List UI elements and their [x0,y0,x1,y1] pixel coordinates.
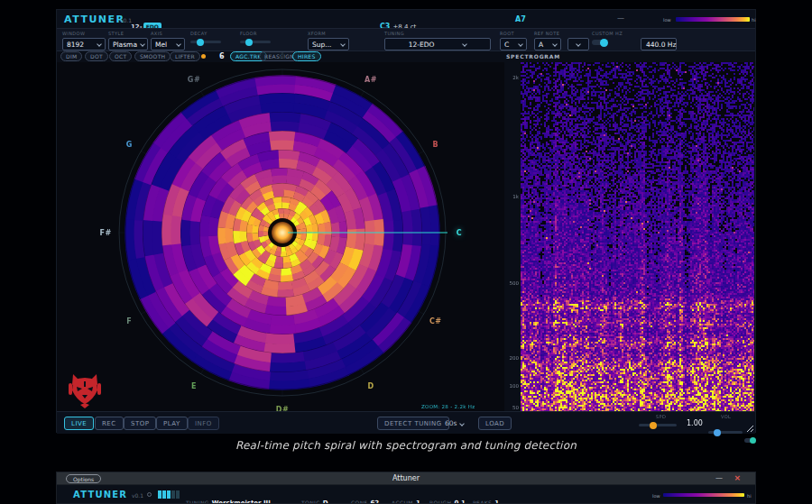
info-button[interactable]: INFO [188,417,219,430]
ref-note-value: A [539,41,543,49]
stop-button[interactable]: STOP [124,417,156,430]
minimize-dash[interactable]: — [617,14,624,23]
root-dropdown[interactable]: C [500,38,527,50]
dot-button[interactable]: DOT [85,51,108,61]
note-label-e: E [191,381,197,389]
main-toolbar: WINDOW 8192 STYLE Plasma AXIS Mel DECAY … [57,28,755,51]
pitch-spiral-canvas[interactable] [57,62,504,411]
reference-hz-field[interactable]: 440.0 Hz [641,38,677,50]
spectrogram-canvas[interactable] [521,62,754,411]
attuner-main-window: ATTUNER v0.1 12-EDO C3+8.4 ct A7 — low h… [56,9,756,433]
floor-slider[interactable] [240,41,271,43]
floor-slider-knob[interactable] [245,39,253,46]
volume-slider[interactable] [708,431,743,434]
octave-dropdown[interactable] [567,38,589,50]
mini-version-label: v0.1 [132,492,143,499]
chevron-down-icon [518,41,523,47]
level-bars-icon [158,490,180,499]
style-dropdown[interactable]: Plasma [108,38,148,50]
lifter-button[interactable]: LIFTER [170,51,200,61]
note-label-c: C [457,229,462,237]
chevron-down-icon [460,421,466,426]
live-button[interactable]: LIVE [64,417,94,430]
dim-button[interactable]: DIM [60,51,82,61]
figure-caption: Real-time pitch spiral with spectrogram … [0,439,812,452]
chevron-down-icon [576,41,581,47]
transport-bar: LIVE REC STOP PLAY INFO DETECT TUNING 60… [57,411,755,434]
resize-handle-icon[interactable] [745,424,753,432]
mini-conf-label: CONF [351,499,367,504]
colorbar-hi-label: hi [752,17,756,23]
decay-slider-knob[interactable] [197,39,204,46]
axis-dropdown[interactable]: Mel [151,38,185,50]
speed-slider[interactable] [639,424,677,426]
mini-field-rough: ROUGH0.1... [429,491,473,504]
mini-field-accum: ACCUM1... [392,491,428,504]
ref-note-dropdown[interactable]: A [534,38,561,50]
harmonics-indicator-dot [201,54,206,59]
xform-dropdown[interactable]: Sup... [308,38,349,50]
freq-tick-100: 100 [486,383,519,389]
chevron-down-icon [340,41,346,47]
decay-label: DECAY [190,31,226,36]
spd-label: SPD [656,414,666,419]
custom-hz-label: CUSTOM HZ [592,31,619,36]
custom-hz-toggle[interactable] [592,40,607,45]
oct-button[interactable]: OCT [109,51,132,61]
vol-label: VOL [721,414,731,419]
root-value: C [504,41,509,49]
volume-slider-knob[interactable] [714,429,721,436]
mini-window-title: Attuner [57,474,755,482]
axis-value: Mel [155,41,167,49]
mini-conf-value: 62... [370,499,386,504]
chevron-down-icon [552,41,558,47]
smooth-button[interactable]: SMOOTH [134,51,171,61]
mini-accum-label: ACCUM [392,499,413,504]
freq-tick-2k: 2k [486,75,519,80]
note-label-d: D [367,381,374,389]
status-circle-icon [147,492,152,497]
close-button[interactable]: × [734,473,741,482]
note-label-b: B [432,141,438,149]
style-value: Plasma [113,41,137,49]
freq-tick-1k: 1k [486,194,519,199]
load-button[interactable]: LOAD [478,417,512,430]
mini-title-bar: Options Attuner — × [57,472,755,485]
mini-rough-value: 0.1... [454,499,472,504]
window-size-dropdown[interactable]: 8192 [62,38,106,50]
window-label: WINDOW [62,31,106,36]
mini-field-conf: CONF62... [351,491,386,504]
detect-tuning-button[interactable]: DETECT TUNING [377,417,449,430]
xform-value: Sup... [312,41,331,49]
custom-hz-toggle-knob[interactable] [600,39,608,47]
style-label: STYLE [108,31,148,36]
rec-button[interactable]: REC [95,417,124,430]
attuner-mini-window: Options Attuner — × ATTUNER v0.1 TUNINGW… [56,472,756,504]
xform-label: XFORM [308,31,349,36]
tuning-label: TUNING [384,31,491,36]
speed-slider-knob[interactable] [650,422,657,429]
tuning-dropdown[interactable]: 12-EDO [384,38,491,50]
decay-slider[interactable] [190,41,221,43]
mini-field-peaks: PEAKS1 [473,491,499,504]
spectrogram-label: SPECTROGRAM [506,53,560,60]
tuning-value: 12-EDO [409,41,435,49]
detect-window-dropdown[interactable]: 60s [445,419,464,427]
note-label-a-sharp: A# [364,76,377,84]
app-logo: ATTUNER [64,14,125,25]
minimize-button[interactable]: — [715,474,723,482]
hires-button[interactable]: HIRES [292,51,321,61]
mini-tonic-label: TONIC [301,499,320,504]
mini-peaks-label: PEAKS [473,499,492,504]
pitch-spiral-panel: C B A# A G# G F# F E D# D C# [57,62,504,411]
colorbar-low-label: low [663,17,671,23]
root-label: ROOT [500,31,527,36]
mini-tonic-value: D [323,499,328,504]
play-button[interactable]: PLAY [156,417,188,430]
display-options-row: DIM DOT OCT SMOOTH LIFTER 6 AGC.TRK REAS… [57,51,755,62]
mini-app-logo: ATTUNER [73,490,127,499]
floor-label: FLOOR [240,31,276,36]
wolf-logo [68,372,102,408]
detect-window-value: 60s [445,419,457,427]
main-title-row: ATTUNER v0.1 12-EDO C3+8.4 ct A7 — low h… [57,10,755,28]
